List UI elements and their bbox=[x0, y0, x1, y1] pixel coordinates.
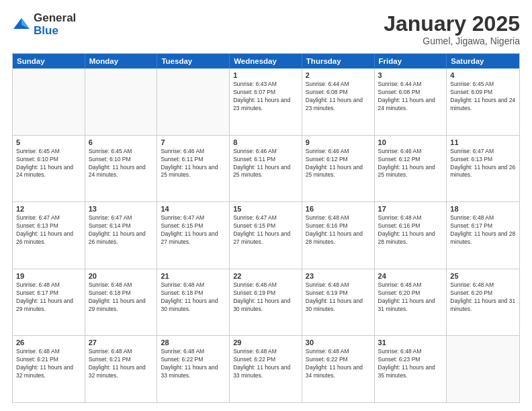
day-info: Sunrise: 6:48 AM Sunset: 6:19 PM Dayligh… bbox=[233, 281, 298, 314]
day-info: Sunrise: 6:46 AM Sunset: 6:12 PM Dayligh… bbox=[306, 148, 371, 180]
header-day-wednesday: Wednesday bbox=[230, 54, 302, 68]
day-info: Sunrise: 6:48 AM Sunset: 6:17 PM Dayligh… bbox=[450, 214, 516, 246]
calendar-cell: 13Sunrise: 6:47 AM Sunset: 6:14 PM Dayli… bbox=[85, 202, 158, 269]
calendar-week-3: 19Sunrise: 6:48 AM Sunset: 6:17 PM Dayli… bbox=[13, 269, 519, 336]
calendar-cell: 11Sunrise: 6:47 AM Sunset: 6:13 PM Dayli… bbox=[447, 136, 519, 202]
calendar-cell bbox=[447, 336, 519, 402]
header-day-tuesday: Tuesday bbox=[157, 54, 230, 68]
day-number: 2 bbox=[306, 71, 371, 79]
calendar-week-2: 12Sunrise: 6:47 AM Sunset: 6:13 PM Dayli… bbox=[13, 202, 519, 269]
day-number: 5 bbox=[16, 138, 81, 146]
calendar-week-0: 1Sunrise: 6:43 AM Sunset: 6:07 PM Daylig… bbox=[13, 68, 519, 136]
day-number: 3 bbox=[378, 71, 443, 79]
header-day-monday: Monday bbox=[85, 54, 158, 68]
calendar-cell: 28Sunrise: 6:48 AM Sunset: 6:22 PM Dayli… bbox=[157, 336, 230, 402]
day-number: 23 bbox=[306, 272, 371, 280]
day-number: 31 bbox=[378, 338, 443, 347]
calendar-cell bbox=[13, 68, 85, 135]
day-info: Sunrise: 6:48 AM Sunset: 6:19 PM Dayligh… bbox=[306, 281, 371, 314]
day-number: 20 bbox=[89, 272, 154, 280]
day-number: 30 bbox=[306, 338, 371, 347]
day-number: 1 bbox=[233, 71, 298, 79]
calendar-cell: 22Sunrise: 6:48 AM Sunset: 6:19 PM Dayli… bbox=[230, 269, 302, 336]
calendar-cell: 15Sunrise: 6:47 AM Sunset: 6:15 PM Dayli… bbox=[230, 202, 302, 269]
day-info: Sunrise: 6:48 AM Sunset: 6:21 PM Dayligh… bbox=[16, 348, 81, 380]
logo-text: General Blue bbox=[34, 12, 76, 37]
calendar-cell: 4Sunrise: 6:45 AM Sunset: 6:09 PM Daylig… bbox=[447, 68, 519, 135]
logo: General Blue bbox=[12, 12, 76, 37]
day-info: Sunrise: 6:46 AM Sunset: 6:11 PM Dayligh… bbox=[161, 148, 226, 180]
calendar-cell: 31Sunrise: 6:48 AM Sunset: 6:23 PM Dayli… bbox=[375, 336, 447, 402]
day-number: 24 bbox=[378, 272, 443, 280]
calendar-cell: 20Sunrise: 6:48 AM Sunset: 6:18 PM Dayli… bbox=[85, 269, 158, 336]
day-number: 12 bbox=[16, 205, 81, 213]
calendar-cell: 6Sunrise: 6:45 AM Sunset: 6:10 PM Daylig… bbox=[85, 136, 158, 202]
calendar-cell: 2Sunrise: 6:44 AM Sunset: 6:08 PM Daylig… bbox=[302, 68, 375, 135]
calendar-cell: 23Sunrise: 6:48 AM Sunset: 6:19 PM Dayli… bbox=[302, 269, 375, 336]
calendar-cell: 16Sunrise: 6:48 AM Sunset: 6:16 PM Dayli… bbox=[302, 202, 375, 269]
day-info: Sunrise: 6:48 AM Sunset: 6:18 PM Dayligh… bbox=[161, 281, 226, 314]
day-number: 18 bbox=[450, 205, 516, 213]
calendar-cell: 9Sunrise: 6:46 AM Sunset: 6:12 PM Daylig… bbox=[302, 136, 375, 202]
day-info: Sunrise: 6:46 AM Sunset: 6:12 PM Dayligh… bbox=[378, 148, 443, 180]
day-info: Sunrise: 6:48 AM Sunset: 6:20 PM Dayligh… bbox=[450, 281, 516, 314]
day-info: Sunrise: 6:44 AM Sunset: 6:08 PM Dayligh… bbox=[306, 81, 371, 113]
calendar-cell: 21Sunrise: 6:48 AM Sunset: 6:18 PM Dayli… bbox=[157, 269, 230, 336]
day-info: Sunrise: 6:48 AM Sunset: 6:20 PM Dayligh… bbox=[378, 281, 443, 314]
day-info: Sunrise: 6:44 AM Sunset: 6:08 PM Dayligh… bbox=[378, 81, 443, 113]
day-number: 11 bbox=[450, 138, 516, 146]
day-info: Sunrise: 6:48 AM Sunset: 6:22 PM Dayligh… bbox=[233, 348, 298, 380]
title-section: January 2025 Gumel, Jigawa, Nigeria bbox=[384, 12, 520, 46]
day-info: Sunrise: 6:48 AM Sunset: 6:18 PM Dayligh… bbox=[89, 281, 154, 314]
header-day-thursday: Thursday bbox=[302, 54, 375, 68]
calendar-cell: 7Sunrise: 6:46 AM Sunset: 6:11 PM Daylig… bbox=[157, 136, 230, 202]
day-number: 9 bbox=[306, 138, 371, 146]
calendar-cell: 19Sunrise: 6:48 AM Sunset: 6:17 PM Dayli… bbox=[13, 269, 85, 336]
day-info: Sunrise: 6:45 AM Sunset: 6:09 PM Dayligh… bbox=[450, 81, 516, 113]
calendar-cell: 5Sunrise: 6:45 AM Sunset: 6:10 PM Daylig… bbox=[13, 136, 85, 202]
day-number: 21 bbox=[161, 272, 226, 280]
day-number: 19 bbox=[16, 272, 81, 280]
day-number: 15 bbox=[233, 205, 298, 213]
title-location: Gumel, Jigawa, Nigeria bbox=[384, 36, 520, 46]
day-number: 10 bbox=[378, 138, 443, 146]
calendar-cell: 17Sunrise: 6:48 AM Sunset: 6:16 PM Dayli… bbox=[375, 202, 447, 269]
day-info: Sunrise: 6:48 AM Sunset: 6:23 PM Dayligh… bbox=[378, 348, 443, 380]
header-day-friday: Friday bbox=[375, 54, 447, 68]
calendar-week-1: 5Sunrise: 6:45 AM Sunset: 6:10 PM Daylig… bbox=[13, 136, 519, 203]
day-number: 26 bbox=[16, 338, 81, 347]
day-info: Sunrise: 6:47 AM Sunset: 6:14 PM Dayligh… bbox=[89, 214, 154, 246]
day-info: Sunrise: 6:48 AM Sunset: 6:21 PM Dayligh… bbox=[89, 348, 154, 380]
calendar-cell: 26Sunrise: 6:48 AM Sunset: 6:21 PM Dayli… bbox=[13, 336, 85, 402]
calendar-cell bbox=[157, 68, 230, 135]
day-info: Sunrise: 6:45 AM Sunset: 6:10 PM Dayligh… bbox=[16, 148, 81, 180]
calendar-week-4: 26Sunrise: 6:48 AM Sunset: 6:21 PM Dayli… bbox=[13, 336, 519, 402]
day-info: Sunrise: 6:48 AM Sunset: 6:16 PM Dayligh… bbox=[378, 214, 443, 246]
calendar-cell: 29Sunrise: 6:48 AM Sunset: 6:22 PM Dayli… bbox=[230, 336, 302, 402]
day-info: Sunrise: 6:43 AM Sunset: 6:07 PM Dayligh… bbox=[233, 81, 298, 113]
calendar: SundayMondayTuesdayWednesdayThursdayFrid… bbox=[12, 53, 520, 403]
calendar-cell: 1Sunrise: 6:43 AM Sunset: 6:07 PM Daylig… bbox=[230, 68, 302, 135]
day-number: 17 bbox=[378, 205, 443, 213]
header: General Blue January 2025 Gumel, Jigawa,… bbox=[12, 12, 520, 46]
day-info: Sunrise: 6:47 AM Sunset: 6:15 PM Dayligh… bbox=[161, 214, 226, 246]
logo-icon bbox=[12, 15, 31, 34]
day-number: 4 bbox=[450, 71, 516, 79]
day-number: 27 bbox=[89, 338, 154, 347]
calendar-header: SundayMondayTuesdayWednesdayThursdayFrid… bbox=[13, 54, 519, 68]
day-info: Sunrise: 6:48 AM Sunset: 6:22 PM Dayligh… bbox=[306, 348, 371, 380]
day-number: 6 bbox=[89, 138, 154, 146]
day-info: Sunrise: 6:47 AM Sunset: 6:13 PM Dayligh… bbox=[16, 214, 81, 246]
day-info: Sunrise: 6:46 AM Sunset: 6:11 PM Dayligh… bbox=[233, 148, 298, 180]
day-info: Sunrise: 6:48 AM Sunset: 6:17 PM Dayligh… bbox=[16, 281, 81, 314]
title-month: January 2025 bbox=[384, 12, 520, 36]
calendar-cell: 3Sunrise: 6:44 AM Sunset: 6:08 PM Daylig… bbox=[375, 68, 447, 135]
calendar-cell: 27Sunrise: 6:48 AM Sunset: 6:21 PM Dayli… bbox=[85, 336, 158, 402]
calendar-body: 1Sunrise: 6:43 AM Sunset: 6:07 PM Daylig… bbox=[13, 68, 519, 402]
calendar-cell: 30Sunrise: 6:48 AM Sunset: 6:22 PM Dayli… bbox=[302, 336, 375, 402]
day-info: Sunrise: 6:48 AM Sunset: 6:22 PM Dayligh… bbox=[161, 348, 226, 380]
day-number: 22 bbox=[233, 272, 298, 280]
calendar-cell bbox=[85, 68, 158, 135]
day-info: Sunrise: 6:48 AM Sunset: 6:16 PM Dayligh… bbox=[306, 214, 371, 246]
header-day-saturday: Saturday bbox=[447, 54, 519, 68]
